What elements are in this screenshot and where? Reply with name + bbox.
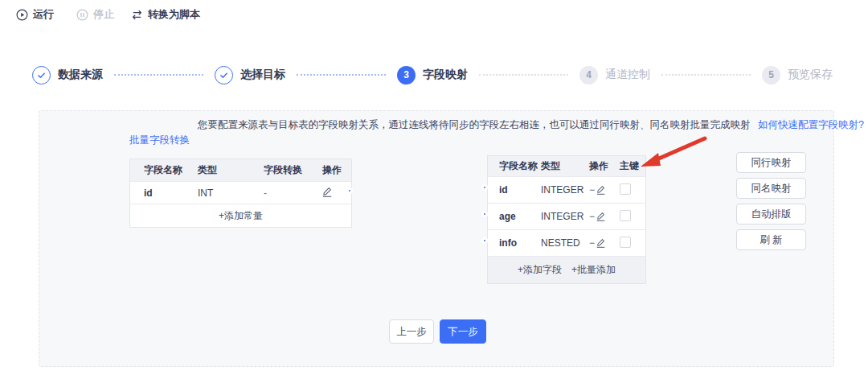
intro-text: 您要配置来源表与目标表的字段映射关系，通过连线将待同步的字段左右相连，也可以通过… — [198, 119, 751, 130]
col-type: 类型 — [198, 163, 264, 177]
step-number-badge: 5 — [762, 66, 780, 84]
next-step-button[interactable]: 下一步 — [440, 319, 486, 344]
field-mapping-page: 运行 停止 转换为脚本 数据来源 选择目标 3 字段映射 — [0, 0, 868, 379]
edit-field-icon[interactable] — [596, 212, 605, 221]
field-type: INTEGER — [541, 211, 589, 222]
same-name-mapping-button[interactable]: 同名映射 — [736, 178, 806, 199]
run-label: 运行 — [33, 7, 54, 22]
mapping-action-buttons: 同行映射 同名映射 自动排版 刷 新 — [736, 152, 806, 250]
col-field-name: 字段名称 — [499, 159, 541, 173]
field-name: age — [499, 211, 541, 222]
step-number-badge: 4 — [579, 66, 598, 84]
step-select-target[interactable]: 选择目标 — [215, 66, 285, 84]
step-data-source[interactable]: 数据来源 — [32, 66, 103, 84]
remove-field-icon[interactable]: − — [589, 211, 595, 222]
field-type: NESTED — [541, 237, 589, 249]
edit-field-icon[interactable] — [596, 185, 605, 195]
convert-label: 转换为脚本 — [148, 7, 200, 22]
col-type: 类型 — [541, 159, 589, 173]
primary-key-cell — [620, 210, 645, 224]
refresh-button[interactable]: 刷 新 — [736, 229, 806, 250]
target-field-row: age INTEGER − — [488, 204, 645, 230]
row-operations: − — [589, 237, 620, 249]
step-label: 数据来源 — [58, 68, 103, 82]
col-field-convert: 字段转换 — [264, 163, 322, 177]
stepper-connector — [297, 74, 386, 76]
step-channel-control[interactable]: 4 通道控制 — [579, 66, 650, 84]
target-connector-dot[interactable] — [481, 237, 488, 244]
col-operation: 操作 — [322, 163, 351, 177]
col-primary-key: 主键 — [620, 159, 645, 173]
target-field-row: info NESTED − — [488, 230, 645, 257]
target-field-row: id INTEGER − — [488, 177, 645, 204]
target-table-footer: +添加字段 +批量添加 — [488, 257, 645, 283]
step-field-mapping[interactable]: 3 字段映射 — [397, 66, 468, 84]
play-circle-icon — [16, 9, 28, 21]
run-button[interactable]: 运行 — [16, 7, 54, 22]
add-field-button[interactable]: +添加字段 — [518, 263, 562, 277]
stepper-connector — [661, 74, 751, 76]
add-constant-button[interactable]: +添加常量 — [130, 204, 351, 227]
step-number-badge: 3 — [397, 66, 416, 84]
remove-field-icon[interactable]: − — [589, 237, 595, 249]
mapping-panel: 您要配置来源表与目标表的字段映射关系，通过连线将待同步的字段左右相连，也可以通过… — [39, 110, 834, 367]
source-connector-dot[interactable] — [346, 187, 353, 194]
field-name: id — [144, 187, 198, 199]
row-operations: − — [589, 184, 620, 196]
field-name: info — [499, 237, 541, 249]
remove-field-icon[interactable]: − — [589, 184, 595, 196]
intro-text-line: 您要配置来源表与目标表的字段映射关系，通过连线将待同步的字段左右相连，也可以通过… — [198, 118, 864, 132]
col-field-name: 字段名称 — [144, 163, 198, 177]
field-convert-value: - — [264, 187, 322, 199]
check-circle-icon — [215, 66, 233, 84]
stepper-connector — [479, 74, 568, 76]
previous-step-button[interactable]: 上一步 — [389, 319, 434, 344]
step-preview-save[interactable]: 5 预览保存 — [762, 66, 833, 84]
source-fields-table: 字段名称 类型 字段转换 操作 id INT - +添加常量 — [129, 159, 352, 228]
stop-button[interactable]: 停止 — [76, 7, 114, 22]
step-label: 选择目标 — [240, 68, 285, 82]
auto-layout-button[interactable]: 自动排版 — [736, 204, 806, 225]
source-table-header: 字段名称 类型 字段转换 操作 — [130, 159, 351, 182]
batch-add-button[interactable]: +批量添加 — [571, 263, 616, 277]
field-name: id — [499, 184, 541, 196]
row-operations: − — [589, 211, 620, 222]
pause-circle-icon — [76, 9, 88, 21]
primary-key-cell — [620, 183, 645, 197]
stepper-connector — [114, 74, 203, 76]
step-label: 通道控制 — [605, 68, 650, 82]
swap-arrows-icon — [131, 10, 143, 20]
target-connector-dot[interactable] — [481, 211, 488, 217]
primary-key-checkbox[interactable] — [620, 237, 631, 248]
source-field-row: id INT - — [130, 182, 351, 204]
field-type: INT — [198, 187, 264, 199]
field-type: INTEGER — [541, 184, 589, 196]
red-annotation-arrow — [634, 134, 714, 174]
stop-label: 停止 — [93, 7, 114, 22]
primary-key-checkbox[interactable] — [620, 183, 631, 195]
step-label: 预览保存 — [788, 68, 833, 82]
primary-key-cell — [620, 237, 645, 250]
target-table-header: 字段名称 类型 操作 主键 — [488, 156, 645, 177]
same-row-mapping-button[interactable]: 同行映射 — [736, 152, 806, 173]
step-label: 字段映射 — [423, 68, 468, 82]
edit-field-icon[interactable] — [596, 238, 605, 248]
check-circle-icon — [32, 66, 51, 84]
target-fields-table: 字段名称 类型 操作 主键 id INTEGER − age INTEGER − — [487, 155, 646, 284]
convert-to-script-button[interactable]: 转换为脚本 — [131, 7, 200, 22]
wizard-stepper: 数据来源 选择目标 3 字段映射 4 通道控制 5 预览保存 — [32, 64, 833, 85]
how-to-configure-link[interactable]: 如何快速配置字段映射? — [758, 119, 864, 130]
target-connector-dot[interactable] — [481, 184, 488, 191]
batch-field-convert-link[interactable]: 批量字段转换 — [129, 134, 190, 147]
primary-key-checkbox[interactable] — [620, 210, 631, 221]
col-operation: 操作 — [589, 159, 620, 173]
